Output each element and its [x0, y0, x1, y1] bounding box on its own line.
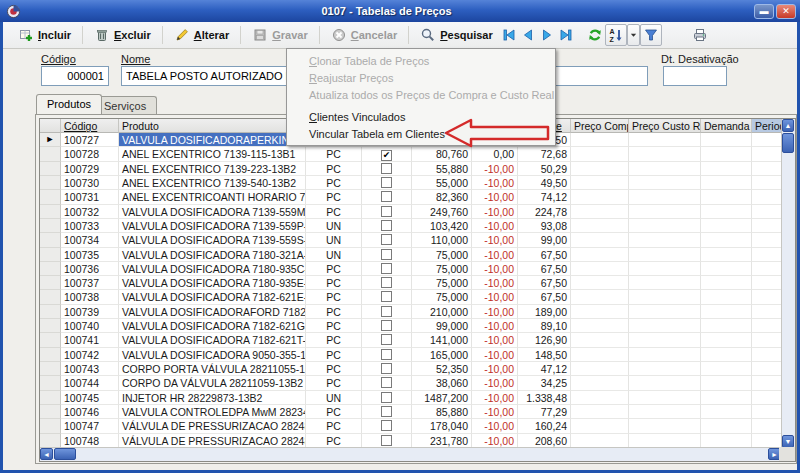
cancel-icon [331, 27, 347, 43]
cell-codigo: 100731 [61, 190, 119, 204]
next-record-button[interactable] [538, 25, 557, 45]
cell-demanda [701, 419, 752, 433]
cell-pct: -10,00 [472, 290, 518, 304]
table-row[interactable]: 100730ANEL EXCENTRICO 7139-540-13B2PC55,… [40, 176, 783, 190]
table-row[interactable]: 100743CORPO PORTA VÁLVULA 28211055-13B2P… [40, 362, 783, 376]
cell-pcustoreal [629, 276, 701, 290]
cell-corrente: 67,50 [518, 290, 571, 304]
row-checkbox[interactable] [381, 392, 392, 403]
refresh-button[interactable] [586, 25, 605, 45]
table-row[interactable]: 100745INJETOR HR 28229873-13B2UN1487,200… [40, 391, 783, 405]
row-checkbox[interactable] [381, 306, 392, 317]
table-row[interactable]: 100748VÁLVULA DE PRESSURIZACAO 28248466-… [40, 434, 783, 448]
cell-demanda [701, 147, 752, 161]
incluir-button[interactable]: Incluir [11, 24, 78, 46]
alterar-button[interactable]: Alterar [167, 24, 236, 46]
sort-dropdown-button[interactable] [627, 24, 640, 46]
row-checkbox[interactable] [381, 263, 392, 274]
row-checkbox[interactable] [381, 206, 392, 217]
cell-ind [40, 190, 61, 204]
row-checkbox[interactable] [381, 291, 392, 302]
column-header-period[interactable]: Periodicidade [752, 119, 783, 133]
table-row[interactable]: 100739VALVULA DOSIFICADORAFORD 7182-621F… [40, 305, 783, 319]
row-checkbox[interactable] [381, 191, 392, 202]
row-checkbox[interactable] [381, 363, 392, 374]
row-checkbox[interactable] [381, 163, 392, 174]
minimize-button[interactable]: ▬ [754, 4, 774, 19]
row-checkbox[interactable] [381, 435, 392, 446]
tab-produtos[interactable]: Produtos [36, 94, 102, 114]
cell-demanda [701, 348, 752, 362]
close-button[interactable]: ✕ [776, 4, 796, 19]
table-row[interactable]: 100733VALVULA DOSIFICADORA 7139-559P-13B… [40, 219, 783, 233]
table-row[interactable]: 100738VALVULA DOSIFICADORA 7182-621E-13B… [40, 290, 783, 304]
cell-period [752, 290, 783, 304]
row-checkbox[interactable] [381, 420, 392, 431]
cell-pct: -10,00 [472, 333, 518, 347]
cell-chk [362, 176, 412, 190]
column-header-pcustoreal[interactable]: Preço Custo Real [629, 119, 701, 133]
row-checkbox[interactable] [381, 220, 392, 231]
table-row[interactable]: 100735VALVULA DOSIFICADORA 7180-321A-13B… [40, 248, 783, 262]
table-row[interactable]: 100731ANEL EXCENTRICOANTI HORARIO 7139-5… [40, 190, 783, 204]
row-checkbox[interactable]: ✔ [381, 150, 392, 161]
row-checkbox[interactable] [381, 349, 392, 360]
table-row[interactable]: 100744CORPO DA VÁLVULA 28211059-13B2PC38… [40, 376, 783, 390]
cell-ind [40, 262, 61, 276]
row-checkbox[interactable] [381, 249, 392, 260]
table-row[interactable]: 100737VALVULA DOSIFICADORA 7180-935E-13B… [40, 276, 783, 290]
horizontal-scrollbar[interactable]: ◄ ► [40, 447, 781, 461]
table-row[interactable]: 100747VÁLVULA DE PRESSURIZACAO 28248465-… [40, 419, 783, 433]
first-record-button[interactable] [500, 25, 519, 45]
row-checkbox[interactable] [381, 177, 392, 188]
cancelar-button[interactable]: Cancelar [324, 24, 404, 46]
table-row[interactable]: 100746VALVULA CONTROLEDPA MwM 28234494-1… [40, 405, 783, 419]
cell-un: PC [306, 147, 362, 161]
codigo-input[interactable] [41, 66, 109, 86]
table-row[interactable]: 100736VALVULA DOSIFICADORA 7180-935C-13B… [40, 262, 783, 276]
row-checkbox[interactable] [381, 320, 392, 331]
table-row[interactable]: 100740VALVULA DOSIFICADORA 7182-621G-13B… [40, 319, 783, 333]
table-row[interactable]: 100728ANEL EXCENTRICO 7139-115-13B1PC✔80… [40, 147, 783, 161]
cell-preco: 82,360 [412, 190, 472, 204]
table-row[interactable]: 100742VALVULA DOSIFICADORA 9050-355-13B2… [40, 348, 783, 362]
column-header-ind[interactable] [40, 119, 61, 133]
cell-ind [40, 176, 61, 190]
column-header-produto[interactable]: Produto [119, 119, 306, 133]
cell-demanda [701, 362, 752, 376]
vertical-scrollbar[interactable]: ▲ ▼ [781, 119, 795, 448]
prior-record-button[interactable] [519, 25, 538, 45]
row-checkbox[interactable] [381, 377, 392, 388]
row-checkbox[interactable] [381, 334, 392, 345]
cell-preco: 75,000 [412, 248, 472, 262]
cell-chk [362, 362, 412, 376]
row-checkbox[interactable] [381, 234, 392, 245]
sort-button[interactable]: A Z [605, 24, 627, 46]
row-checkbox[interactable] [381, 277, 392, 288]
table-row[interactable]: 100732VALVULA DOSIFICADORA 7139-559M-13B… [40, 205, 783, 219]
cell-ind [40, 405, 61, 419]
cell-codigo: 100744 [61, 376, 119, 390]
excluir-button[interactable]: Excluir [87, 24, 158, 46]
pesquisar-button[interactable]: Pesquisar [413, 24, 500, 46]
cell-produto: VÁLVULA DE PRESSURIZACAO 28248466-13B1 [119, 434, 306, 448]
dt-desativacao-input[interactable] [663, 66, 727, 86]
filter-button[interactable] [640, 24, 662, 46]
scroll-up-button[interactable]: ▲ [782, 119, 794, 132]
vertical-scroll-thumb[interactable] [782, 133, 794, 153]
gravar-button[interactable]: Gravar [245, 24, 314, 46]
table-row[interactable]: 100729ANEL EXCENTRICO 7139-223-13B2PC55,… [40, 162, 783, 176]
cell-ind [40, 376, 61, 390]
column-header-codigo[interactable]: Código [61, 119, 119, 133]
horizontal-scroll-thumb[interactable] [54, 448, 76, 460]
tab-servicos[interactable]: Serviços [93, 96, 157, 114]
table-row[interactable]: 100741VALVULA DOSIFICADORA 7182-621T-13B… [40, 333, 783, 347]
column-header-pcompra[interactable]: Preço Compra [571, 119, 629, 133]
column-header-demanda[interactable]: Demanda [701, 119, 752, 133]
print-button[interactable] [688, 25, 712, 45]
scroll-left-button[interactable]: ◄ [40, 448, 53, 460]
cell-chk [362, 376, 412, 390]
last-record-button[interactable] [557, 25, 576, 45]
table-row[interactable]: 100734VALVULA DOSIFICADORA 7139-559S-13B… [40, 233, 783, 247]
row-checkbox[interactable] [381, 406, 392, 417]
